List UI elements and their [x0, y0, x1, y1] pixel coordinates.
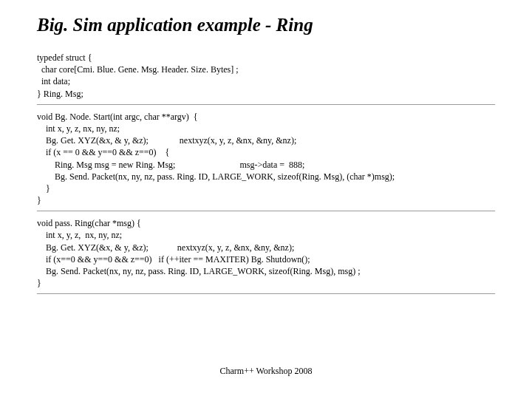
slide-footer: Charm++ Workshop 2008 [0, 366, 532, 377]
code-block-passring: void pass. Ring(char *msg) { int x, y, z… [37, 217, 495, 294]
code-block-nodestart: void Bg. Node. Start(int argc, char **ar… [37, 111, 495, 212]
slide-title: Big. Sim application example - Ring [37, 15, 495, 35]
code-block-struct: typedef struct { char core[Cmi. Blue. Ge… [37, 52, 495, 105]
slide: Big. Sim application example - Ring type… [0, 0, 532, 399]
